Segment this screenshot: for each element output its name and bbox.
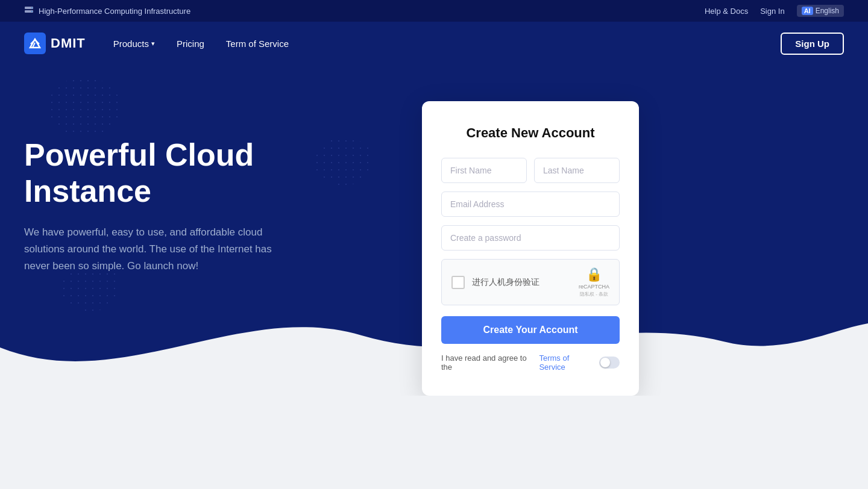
nav-tos[interactable]: Term of Service — [216, 34, 298, 54]
password-group — [441, 225, 620, 251]
first-name-input[interactable] — [441, 158, 527, 183]
recaptcha-brand: reCAPTCHA — [579, 284, 609, 290]
help-docs-link[interactable]: Help & Docs — [705, 7, 748, 16]
signin-link[interactable]: Sign In — [760, 7, 784, 16]
server-icon — [24, 5, 34, 17]
hero-description: We have powerful, easy to use, and affor… — [24, 224, 289, 275]
chevron-down-icon: ▾ — [151, 40, 155, 48]
nav-links: Products ▾ Pricing Term of Service — [104, 34, 781, 54]
nav-products[interactable]: Products ▾ — [104, 34, 165, 54]
nav-actions: Sign Up — [781, 33, 844, 55]
hero-title: Powerful Cloud Instance — [24, 137, 386, 210]
svg-point-3 — [31, 11, 33, 12]
create-account-button[interactable]: Create Your Account — [441, 316, 620, 344]
email-input[interactable] — [441, 192, 620, 217]
recaptcha-widget[interactable]: 进行人机身份验证 🔒 reCAPTCHA 隐私权 - 条款 — [441, 259, 620, 305]
logo-icon — [24, 33, 46, 54]
recaptcha-checkbox[interactable] — [451, 276, 465, 289]
language-selector[interactable]: AI English — [797, 5, 844, 17]
topbar-tagline: High-Performance Computing Infrastructur… — [39, 7, 190, 16]
topbar-left: High-Performance Computing Infrastructur… — [24, 5, 190, 17]
form-title: Create New Account — [441, 125, 620, 141]
recaptcha-right: 🔒 reCAPTCHA 隐私权 - 条款 — [579, 267, 609, 297]
last-name-input[interactable] — [534, 158, 620, 183]
password-input[interactable] — [441, 225, 620, 251]
recaptcha-privacy: 隐私权 - 条款 — [580, 291, 608, 297]
top-bar: High-Performance Computing Infrastructur… — [0, 0, 868, 22]
tos-agreement-row: I have read and agree to the Terms of Se… — [441, 354, 620, 372]
language-label: English — [816, 7, 839, 15]
name-row — [441, 158, 620, 183]
svg-point-2 — [31, 7, 33, 8]
email-group — [441, 192, 620, 217]
hero-content: Powerful Cloud Instance We have powerful… — [24, 101, 386, 275]
signup-form-card: Create New Account 进行人机身份验证 🔒 reCAPTCHA … — [422, 101, 639, 396]
ai-icon: AI — [802, 7, 813, 15]
recaptcha-label: 进行人机身份验证 — [472, 277, 539, 288]
nav-pricing[interactable]: Pricing — [167, 34, 214, 54]
tos-link[interactable]: Terms of Service — [539, 354, 594, 372]
navbar: DMIT Products ▾ Pricing Term of Service … — [0, 22, 868, 65]
tos-toggle[interactable] — [599, 357, 620, 369]
hero-section: Powerful Cloud Instance We have powerful… — [0, 65, 868, 396]
recaptcha-logo: 🔒 — [586, 267, 602, 282]
logo-text: DMIT — [51, 36, 86, 51]
below-hero — [0, 396, 868, 489]
topbar-right: Help & Docs Sign In AI English — [705, 5, 844, 17]
signup-button[interactable]: Sign Up — [781, 33, 844, 55]
tos-text: I have read and agree to the — [441, 354, 534, 372]
recaptcha-left: 进行人机身份验证 — [451, 276, 539, 289]
logo-link[interactable]: DMIT — [24, 33, 86, 54]
